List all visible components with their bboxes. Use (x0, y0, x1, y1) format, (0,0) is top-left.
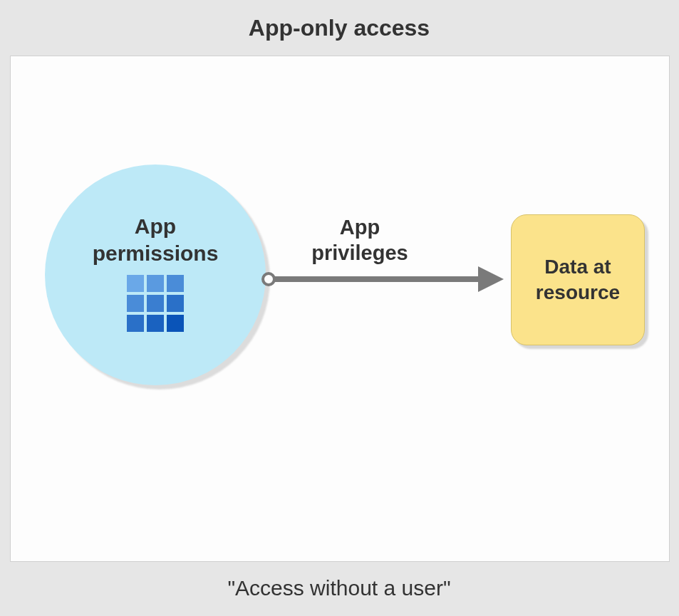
arrow-head-icon (478, 266, 504, 292)
diagram-frame: App-only access App permissions App priv… (10, 0, 668, 616)
app-permissions-label: App permissions (93, 213, 219, 266)
diagram-title-text: App-only access (249, 15, 430, 41)
app-permissions-node: App permissions (45, 165, 266, 385)
app-privileges-label-line1: App (340, 216, 380, 239)
app-privileges-label-line2: privileges (311, 241, 408, 264)
data-resource-node: Data at resource (511, 214, 645, 345)
data-resource-label: Data at resource (536, 254, 620, 306)
arrow-origin-icon (261, 272, 276, 286)
data-resource-label-line1: Data at (544, 256, 611, 278)
app-permissions-label-line1: App (135, 214, 176, 238)
diagram-footer: "Access without a user" (10, 560, 668, 616)
app-grid-icon (127, 275, 184, 332)
diagram-canvas: App permissions App privileges Data at r… (10, 56, 670, 562)
app-privileges-label: App privileges (296, 214, 424, 266)
app-permissions-label-line2: permissions (93, 241, 219, 265)
diagram-footer-text: "Access without a user" (227, 576, 450, 600)
diagram-title: App-only access (10, 0, 668, 56)
arrow-shaft (274, 276, 481, 282)
data-resource-label-line2: resource (536, 281, 620, 303)
